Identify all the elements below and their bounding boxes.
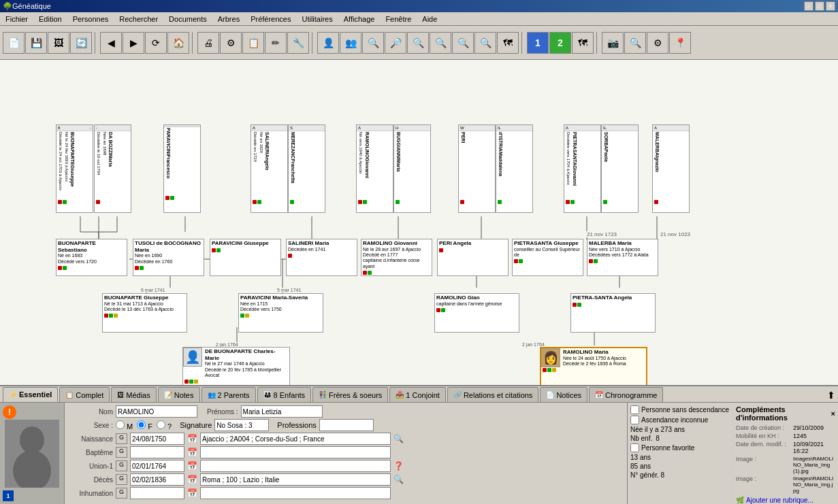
inhumation-date-input[interactable] [130, 487, 184, 499]
deces-calendar-icon[interactable]: 📅 [187, 475, 197, 484]
inhumation-lieu-input[interactable] [200, 487, 391, 499]
person-card-bozzi-maria[interactable]: - DA BOZZIMaria Née en 1698 Décédée le 1… [94, 124, 131, 213]
person-card-buonaparte-sebastiano[interactable]: BUONAPARTE Sebastiano Né en 1683 Décédé … [56, 239, 127, 276]
sexe-unknown-label[interactable]: ? [157, 420, 172, 431]
deces-search-icon[interactable]: 🔍 [393, 475, 404, 484]
inhumation-calendar-icon[interactable]: 📅 [187, 488, 197, 498]
naissance-calendar-icon[interactable]: 📅 [187, 434, 197, 443]
tab-medias[interactable]: 🖼 Médias [111, 387, 156, 402]
person-card-sorba-paola[interactable]: IL SORBAPaola [601, 124, 639, 213]
deces-lieu-input[interactable] [200, 473, 391, 486]
tab-relations[interactable]: 🔗 Relations et citations [447, 387, 539, 402]
config-button[interactable]: ⚙ [220, 32, 242, 54]
refresh-button[interactable]: 🔄 [70, 32, 92, 54]
person-card-ramolino-maria[interactable]: 👩 RAMOLINO Maria Née le 24 août 1750 à A… [540, 347, 647, 385]
prenoms-input[interactable] [241, 405, 323, 418]
num1-button[interactable]: 1 [527, 32, 549, 54]
person-card-ramolino-giovanni-2[interactable]: RAMOLINO Giovanni Né le 28 avr 1697 à Aj… [361, 239, 432, 276]
person-button[interactable]: 👤 [317, 32, 339, 54]
sexe-unknown-radio[interactable] [157, 420, 165, 429]
tab-notes[interactable]: 📝 Notes [158, 387, 200, 402]
tab-enfants[interactable]: 👨‍👩‍👧 8 Enfants [257, 387, 311, 402]
nom-input[interactable] [116, 405, 197, 418]
search2-button[interactable]: 🔎 [385, 32, 406, 54]
person-card-ramolino-giovanni-sr[interactable]: A RAMOLINOGiovanni Né vers 1640 à Ajacci… [356, 124, 393, 213]
person-card-salineri-maria[interactable]: SALINERI Maria Décédée en 1741 [286, 239, 357, 276]
person-card-paravicini-giuseppe-2[interactable]: PARAVICINI Giuseppe [210, 239, 281, 276]
bapteme-g-btn[interactable]: G [116, 447, 127, 458]
menu-aide[interactable]: Aide [417, 14, 442, 24]
close-button[interactable]: × [826, 1, 835, 11]
tab-essentiel[interactable]: ⚡ Essentiel [3, 387, 58, 402]
person-card-paravicini-francesco[interactable]: PARAVICINIFrancesco [163, 124, 201, 213]
complement-close[interactable]: × [831, 409, 835, 418]
sexe-f-label[interactable]: F [137, 420, 152, 431]
tree-area[interactable]: 8- BUONAPARTEGiuseppe Né le 24 fév 1693 … [0, 60, 838, 385]
ascendance-inconnue-checkbox[interactable] [630, 416, 639, 424]
sexe-f-radio[interactable] [137, 420, 146, 429]
search6-button[interactable]: 🔍 [474, 32, 496, 54]
menu-affichage[interactable]: Affichage [338, 14, 381, 24]
professions-input[interactable] [319, 419, 374, 431]
new-button[interactable]: 📄 [3, 32, 25, 54]
person-card-charles-marie[interactable]: 👤 DE BUONAPARTE Charles-Marie Né le 27 m… [182, 347, 290, 385]
search3-button[interactable]: 🔍 [407, 32, 429, 54]
bapteme-lieu-input[interactable] [200, 446, 391, 458]
menu-fichier[interactable]: Fichier [0, 14, 33, 24]
tab-freres[interactable]: 👫 Frères & soeurs [312, 387, 388, 402]
search1-button[interactable]: 🔍 [362, 32, 384, 54]
deces-date-input[interactable] [130, 473, 184, 486]
num3-button[interactable]: 🗺 [572, 32, 594, 54]
print-button[interactable]: 🖨 [197, 32, 219, 54]
tool1-button[interactable]: ✏ [265, 32, 287, 54]
search5-button[interactable]: 🔍 [452, 32, 474, 54]
menu-preferences[interactable]: Préférences [245, 14, 296, 24]
menu-arbres[interactable]: Arbres [212, 14, 245, 24]
minimize-button[interactable]: − [804, 1, 813, 11]
pin-button[interactable]: 📍 [669, 32, 691, 54]
naissance-search-icon[interactable]: 🔍 [393, 434, 404, 443]
union1-help-icon[interactable]: ❓ [393, 461, 404, 471]
person-card-peri[interactable]: W PERI [458, 124, 496, 213]
bapteme-calendar-icon[interactable]: 📅 [187, 448, 197, 457]
person-card-pietrasanta-giovanni[interactable]: A PIETRASANTAGiovanni Decédée vers 1704 … [564, 124, 601, 213]
settings2-button[interactable]: ⚙ [647, 32, 668, 54]
tab-complet[interactable]: 📋 Complet [59, 387, 110, 402]
map-button[interactable]: 🗺 [497, 32, 519, 54]
person-card-tusoli-maria[interactable]: TUSOLI de BOCOGNANO Maria Née en 1690 Dé… [133, 239, 204, 276]
person-card-buggianni-maria[interactable]: H BUGGIANNIMaria [393, 124, 431, 213]
person-card-malerba-ignazio[interactable]: A MALERBAIgnazio [652, 124, 690, 213]
person-card-buonaparte-giuseppe-sr[interactable]: 8- BUONAPARTEGiuseppe Né le 24 fév 1693 … [56, 124, 93, 213]
camera-button[interactable]: 📷 [602, 32, 624, 54]
naissance-g-btn[interactable]: G [116, 433, 127, 444]
photo-button[interactable]: 🖼 [48, 32, 69, 54]
menu-utilitaires[interactable]: Utilitaires [296, 14, 338, 24]
person-card-pietra-santa-angela[interactable]: PIETRA-SANTA Angela [570, 293, 656, 333]
union1-calendar-icon[interactable]: 📅 [187, 461, 197, 471]
menu-rechercher[interactable]: Rechercher [114, 14, 163, 24]
menu-documents[interactable]: Documents [163, 14, 212, 24]
maximize-button[interactable]: □ [815, 1, 824, 11]
deces-g-btn[interactable]: G [116, 474, 127, 485]
union1-lieu-input[interactable] [200, 460, 391, 472]
search4-button[interactable]: 🔍 [430, 32, 451, 54]
save-button[interactable]: 💾 [25, 32, 47, 54]
num2-button[interactable]: 2 [549, 32, 571, 54]
expand-button[interactable]: ⬆ [824, 388, 838, 402]
person-card-ramolino-gian[interactable]: RAMOLINO Gian capitaine dans l'armée gén… [434, 293, 519, 333]
union1-g-btn[interactable]: G [116, 460, 127, 471]
sexe-m-label[interactable]: M [116, 420, 133, 431]
person-card-peri-angela[interactable]: PERI Angela [437, 239, 509, 276]
menu-fenetre[interactable]: Fenêtre [380, 14, 417, 24]
signature-input[interactable] [214, 419, 269, 431]
tab-conjoint[interactable]: 💑 1 Conjoint [389, 387, 446, 402]
person-card-distria-maddalena[interactable]: IL d'ISTRIAMaddalena [496, 124, 533, 213]
add-rubrique-button[interactable]: 🌿 Ajouter une rubrique... [736, 497, 835, 504]
menu-edition[interactable]: Edition [33, 14, 67, 24]
person-card-paravicini-maria-saveria[interactable]: PARAVICINI Maria-Saveria Née en 1715 Déc… [238, 293, 323, 333]
union1-date-input[interactable] [130, 460, 184, 472]
zoom-button[interactable]: 🔍 [624, 32, 646, 54]
tab-notices[interactable]: 📄 Notices [540, 387, 587, 402]
person-card-merezanc-franchetta[interactable]: S MEREZANCFranchetta [288, 124, 325, 213]
sexe-m-radio[interactable] [116, 420, 125, 429]
